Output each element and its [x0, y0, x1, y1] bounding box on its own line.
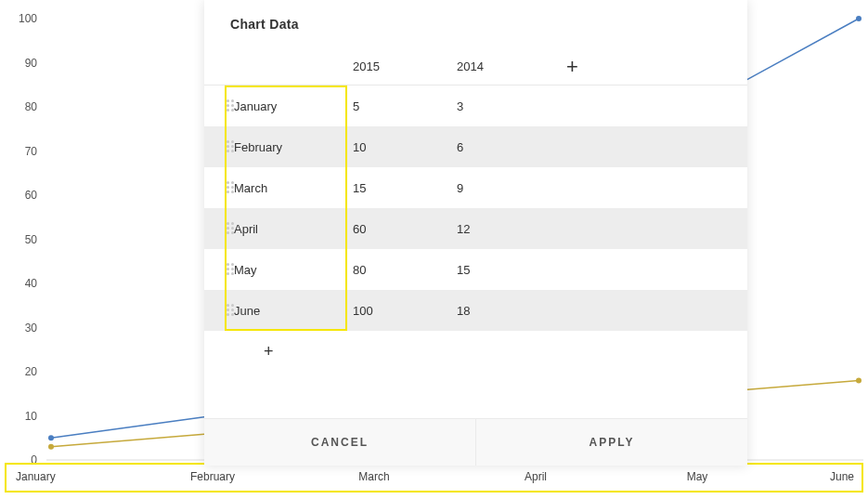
table-row: March159 — [204, 167, 747, 208]
cancel-button[interactable]: CANCEL — [204, 419, 475, 466]
value-cell-2014[interactable]: 18 — [457, 304, 561, 318]
month-cell[interactable]: January — [230, 99, 353, 113]
value-cell-2014[interactable]: 3 — [457, 99, 561, 113]
table-row: January53 — [204, 85, 747, 126]
drag-handle-icon[interactable] — [204, 181, 230, 194]
month-cell[interactable]: February — [230, 140, 353, 154]
drag-handle-icon[interactable] — [204, 99, 230, 112]
data-point[interactable] — [856, 378, 862, 384]
x-tick-label: June — [830, 470, 854, 483]
drag-handle-icon[interactable] — [204, 140, 230, 153]
value-cell-2015[interactable]: 10 — [353, 140, 457, 154]
x-tick-label: March — [358, 470, 389, 483]
drag-handle-icon[interactable] — [204, 222, 230, 235]
add-column-button[interactable]: + — [561, 55, 747, 79]
data-point[interactable] — [48, 444, 54, 450]
y-tick-label: 100 — [0, 12, 37, 25]
drag-handle-icon[interactable] — [204, 304, 230, 317]
y-axis-ticks: 0102030405060708090100 — [0, 0, 46, 469]
add-row: + — [204, 331, 747, 372]
y-tick-label: 50 — [0, 233, 37, 246]
drag-handle-icon[interactable] — [204, 263, 230, 276]
data-point[interactable] — [856, 16, 862, 21]
table-row: June10018 — [204, 290, 747, 331]
column-header-2014[interactable]: 2014 — [457, 59, 561, 73]
table-body: January53February106March159April6012May… — [204, 85, 747, 331]
dialog-footer: CANCEL APPLY — [204, 418, 747, 466]
month-cell[interactable]: March — [230, 181, 353, 195]
data-table: 2015 2014 + January53February106March159… — [204, 48, 747, 372]
table-header-row: 2015 2014 + — [204, 48, 747, 85]
table-row: April6012 — [204, 208, 747, 249]
y-tick-label: 40 — [0, 277, 37, 290]
stage: 0102030405060708090100 JanuaryFebruaryMa… — [0, 0, 868, 499]
y-tick-label: 10 — [0, 410, 37, 423]
value-cell-2014[interactable]: 12 — [457, 222, 561, 236]
y-tick-label: 30 — [0, 322, 37, 335]
value-cell-2015[interactable]: 5 — [353, 99, 457, 113]
y-tick-label: 90 — [0, 57, 37, 70]
value-cell-2014[interactable]: 9 — [457, 181, 561, 195]
data-point[interactable] — [48, 435, 54, 440]
value-cell-2014[interactable]: 15 — [457, 263, 561, 277]
x-tick-label: February — [190, 470, 235, 483]
x-axis-labels: JanuaryFebruaryMarchAprilMayJune — [5, 465, 863, 491]
month-cell[interactable]: June — [230, 304, 353, 318]
month-cell[interactable]: April — [230, 222, 353, 236]
value-cell-2015[interactable]: 60 — [353, 222, 457, 236]
value-cell-2015[interactable]: 80 — [353, 263, 457, 277]
y-tick-label: 60 — [0, 189, 37, 202]
apply-button[interactable]: APPLY — [475, 419, 747, 466]
table-row: May8015 — [204, 249, 747, 290]
dialog-title: Chart Data — [204, 0, 747, 48]
table-row: February106 — [204, 126, 747, 167]
column-header-2015[interactable]: 2015 — [353, 59, 457, 73]
x-tick-label: January — [16, 470, 56, 483]
chart-data-dialog: Chart Data 2015 2014 + January53February… — [204, 0, 747, 466]
y-tick-label: 80 — [0, 100, 37, 113]
value-cell-2014[interactable]: 6 — [457, 140, 561, 154]
x-tick-label: April — [525, 470, 547, 483]
add-row-button[interactable]: + — [264, 342, 274, 361]
month-cell[interactable]: May — [230, 263, 353, 277]
y-tick-label: 70 — [0, 145, 37, 158]
x-tick-label: May — [687, 470, 708, 483]
y-tick-label: 20 — [0, 365, 37, 378]
value-cell-2015[interactable]: 100 — [353, 304, 457, 318]
value-cell-2015[interactable]: 15 — [353, 181, 457, 195]
